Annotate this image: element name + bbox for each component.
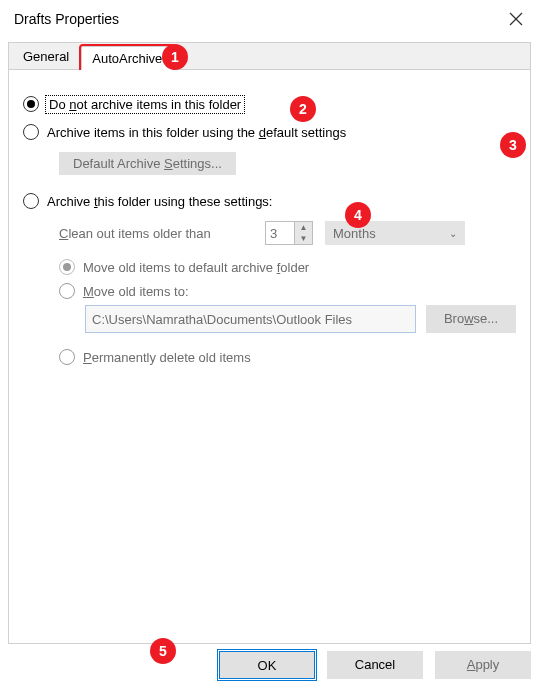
titlebar: Drafts Properties (0, 0, 539, 38)
default-settings-group: Default Archive Settings... (59, 152, 516, 175)
tab-general[interactable]: General (13, 45, 79, 69)
radio-icon[interactable] (23, 124, 39, 140)
archive-path-input[interactable] (85, 305, 416, 333)
close-icon[interactable] (507, 10, 525, 28)
clean-out-row: Clean out items older than ▲ ▼ Months ⌄ (59, 221, 516, 245)
client-area: General AutoArchive Do not archive items… (8, 42, 531, 679)
annotation-3: 3 (500, 132, 526, 158)
option-perm-delete-label: Permanently delete old items (83, 350, 251, 365)
dialog-buttons: OK Cancel Apply (219, 651, 531, 679)
option-move-to-label: Move old items to: (83, 284, 189, 299)
period-combo[interactable]: Months ⌄ (325, 221, 465, 245)
option-these-settings[interactable]: Archive this folder using these settings… (23, 193, 516, 209)
radio-icon[interactable] (59, 349, 75, 365)
spinner-down-icon[interactable]: ▼ (295, 233, 312, 244)
default-archive-settings-button[interactable]: Default Archive Settings... (59, 152, 236, 175)
clean-out-label: Clean out items older than (59, 226, 259, 241)
radio-icon[interactable] (23, 96, 39, 112)
chevron-down-icon: ⌄ (449, 228, 457, 239)
these-settings-group: Clean out items older than ▲ ▼ Months ⌄ … (59, 221, 516, 365)
clean-out-spinner[interactable]: ▲ ▼ (265, 221, 313, 245)
option-default-settings-label: Archive items in this folder using the d… (47, 125, 346, 140)
ok-button[interactable]: OK (219, 651, 315, 679)
annotation-2: 2 (290, 96, 316, 122)
option-do-not-archive[interactable]: Do not archive items in this folder (23, 96, 516, 112)
option-perm-delete[interactable]: Permanently delete old items (59, 349, 516, 365)
clean-out-value[interactable] (265, 221, 295, 245)
tabpage-autoarchive: Do not archive items in this folder Arch… (8, 70, 531, 644)
window-title: Drafts Properties (14, 11, 119, 27)
option-move-default-label: Move old items to default archive folder (83, 260, 309, 275)
annotation-1: 1 (162, 44, 188, 70)
apply-button[interactable]: Apply (435, 651, 531, 679)
option-these-settings-label: Archive this folder using these settings… (47, 194, 272, 209)
browse-button[interactable]: Browse... (426, 305, 516, 333)
cancel-button[interactable]: Cancel (327, 651, 423, 679)
radio-icon[interactable] (59, 259, 75, 275)
option-move-default[interactable]: .radio.disabled.checked::after{backgroun… (59, 259, 516, 275)
period-combo-value: Months (333, 226, 376, 241)
tab-autoarchive[interactable]: AutoArchive (81, 46, 173, 70)
annotation-5: 5 (150, 638, 176, 664)
radio-icon[interactable] (59, 283, 75, 299)
annotation-4: 4 (345, 202, 371, 228)
spinner-up-icon[interactable]: ▲ (295, 222, 312, 233)
option-move-to[interactable]: Move old items to: (59, 283, 516, 299)
option-do-not-archive-label: Do not archive items in this folder (47, 97, 243, 112)
option-default-settings[interactable]: Archive items in this folder using the d… (23, 124, 516, 140)
tabstrip: General AutoArchive (8, 42, 531, 70)
radio-icon[interactable] (23, 193, 39, 209)
path-row: Browse... (85, 305, 516, 333)
